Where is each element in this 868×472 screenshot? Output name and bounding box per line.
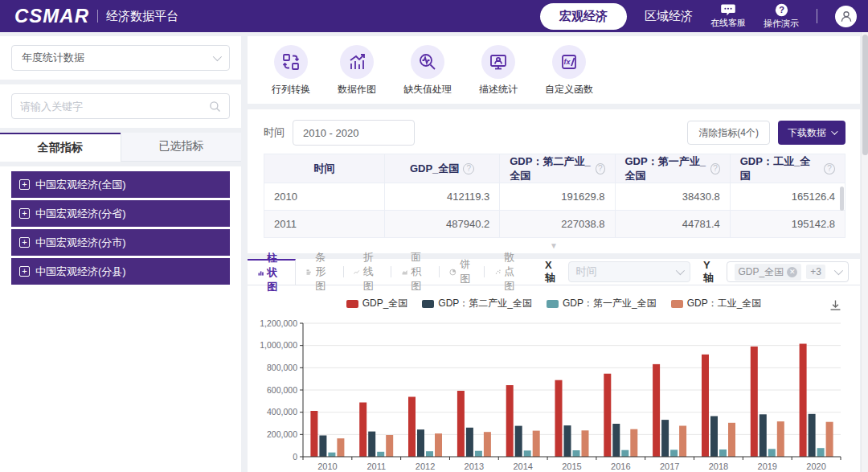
chat-bubble-icon: [720, 3, 736, 16]
tab-pie-chart[interactable]: 饼图: [439, 259, 484, 285]
chart-type-tabs: 柱状图 条形图 折线图 面积图 饼图 散点图 X轴 时间 Y轴 GDP_全国✕: [248, 259, 860, 285]
expand-plus-icon[interactable]: +: [19, 208, 30, 219]
chart-panel: 柱状图 条形图 折线图 面积图 饼图 散点图 X轴 时间 Y轴 GDP_全国✕: [248, 259, 860, 472]
download-data-button[interactable]: 下载数据: [778, 121, 845, 145]
chevron-down-icon: [213, 52, 222, 61]
column-header-gdp[interactable]: GDP_全国?: [385, 154, 500, 183]
tool-plot-data[interactable]: 数据作图: [338, 45, 376, 96]
line-chart-icon: [354, 267, 359, 277]
csmar-logo: CSMAR: [14, 5, 89, 27]
expand-plus-icon[interactable]: +: [19, 237, 30, 248]
table-scrollbar[interactable]: [840, 187, 844, 211]
time-range-value: 2010 - 2020: [303, 127, 358, 139]
cell-year: 2010: [264, 183, 385, 211]
column-header-primary[interactable]: GDP：第一产业_全国?: [616, 154, 731, 183]
keyword-search[interactable]: [11, 93, 230, 119]
tree-item-city[interactable]: +中国宏观经济(分市): [11, 229, 230, 256]
info-icon[interactable]: ?: [824, 163, 835, 174]
online-service[interactable]: 在线客服: [710, 3, 746, 29]
legend-item[interactable]: GDP：第一产业_全国: [547, 297, 657, 310]
info-icon[interactable]: ?: [463, 163, 474, 174]
legend-label: GDP_全国: [362, 297, 408, 310]
chevron-down-icon: [834, 266, 843, 275]
cell-value: 191629.8: [500, 183, 615, 211]
filter-row: 时间 2010 - 2020 清除指标(4个) 下载数据: [248, 109, 860, 154]
bar-chart-svg: 0200,000400,000600,000800,0001,000,0001,…: [257, 315, 852, 472]
time-range-input[interactable]: 2010 - 2020: [293, 120, 415, 146]
tool-custom-function[interactable]: fx 自定义函数: [545, 45, 593, 96]
tree-item-province[interactable]: +中国宏观经济(分省): [11, 200, 230, 227]
cell-value: 227038.8: [500, 211, 615, 238]
tab-bar-chart[interactable]: 柱状图: [248, 259, 296, 285]
legend-swatch: [671, 300, 683, 308]
y-axis-label: Y轴: [703, 259, 720, 285]
y-axis-tag: GDP_全国✕: [735, 264, 802, 281]
tag-close-icon[interactable]: ✕: [787, 267, 797, 277]
table-header-row: 时间 GDP_全国? GDP：第二产业_全国? GDP：第一产业_全国? GDP…: [264, 154, 845, 183]
search-input[interactable]: [20, 101, 209, 113]
svg-text:2015: 2015: [562, 462, 581, 471]
operation-demo[interactable]: ? 操作演示: [764, 3, 799, 30]
header-divider: [817, 9, 817, 23]
tab-selected-indicators[interactable]: 已选指标: [121, 133, 242, 162]
tool-missing-values[interactable]: 缺失值处理: [403, 45, 452, 96]
table-row: 2011 487940.2 227038.8 44781.4 195142.8: [264, 211, 845, 238]
tree-item-county[interactable]: +中国宏观经济(分县): [11, 258, 230, 285]
x-axis-label: X轴: [545, 259, 562, 285]
tab-hbar-chart[interactable]: 条形图: [296, 259, 343, 285]
tab-area-chart[interactable]: 面积图: [391, 259, 439, 285]
tree-item-national[interactable]: +中国宏观经济(全国): [11, 171, 230, 198]
svg-text:0: 0: [293, 452, 297, 462]
info-icon[interactable]: ?: [596, 163, 605, 174]
legend-item[interactable]: GDP：第二产业_全国: [422, 297, 532, 310]
clear-indicators-button[interactable]: 清除指标(4个): [687, 121, 770, 145]
tab-line-chart[interactable]: 折线图: [343, 259, 391, 285]
cell-value: 44781.4: [616, 211, 731, 238]
svg-text:2018: 2018: [709, 462, 728, 471]
scatter-chart-icon: [495, 267, 501, 277]
y-axis-more-tag: +3: [806, 265, 825, 279]
x-axis-select[interactable]: 时间: [568, 261, 690, 282]
svg-text:800,000: 800,000: [267, 363, 297, 372]
legend-item[interactable]: GDP：工业_全国: [671, 297, 762, 310]
nav-regional-economy[interactable]: 区域经济: [645, 9, 693, 24]
expand-plus-icon[interactable]: +: [19, 266, 30, 277]
data-panel: 时间 2010 - 2020 清除指标(4个) 下载数据 时间 GDP_全国? …: [248, 109, 860, 253]
page-scrollbar[interactable]: [861, 32, 868, 472]
column-header-secondary[interactable]: GDP：第二产业_全国?: [500, 154, 615, 183]
scroll-more-indicator[interactable]: ▼: [248, 240, 860, 253]
chart-legend: GDP_全国GDP：第二产业_全国GDP：第一产业_全国GDP：工业_全国: [248, 285, 860, 314]
time-label: 时间: [264, 125, 285, 140]
tab-all-indicators[interactable]: 全部指标: [0, 133, 121, 162]
tool-descriptive-stats[interactable]: 描述统计: [479, 45, 518, 96]
tree-item-label: 中国宏观经济(分省): [35, 207, 126, 221]
nav-macro-economy[interactable]: 宏观经济: [540, 3, 627, 30]
chevron-down-icon: [831, 128, 837, 134]
legend-item[interactable]: GDP_全国: [346, 297, 408, 310]
svg-text:?: ?: [779, 5, 784, 14]
transpose-icon: [281, 52, 301, 72]
info-icon[interactable]: ?: [710, 163, 720, 174]
y-axis-select[interactable]: GDP_全国✕ +3: [727, 261, 849, 282]
svg-text:2012: 2012: [416, 462, 435, 471]
download-data-label: 下载数据: [788, 126, 826, 140]
svg-text:2010: 2010: [317, 462, 337, 471]
column-header-time[interactable]: 时间: [264, 154, 385, 183]
cell-value: 487940.2: [385, 211, 500, 238]
main-content: 行列转换 数据作图 缺失值处理 描述统计 fx 自定义函数 时间: [248, 36, 860, 472]
product-name: 经济数据平台: [106, 9, 178, 24]
page-scrollbar-thumb[interactable]: [862, 35, 868, 155]
legend-swatch: [547, 300, 559, 308]
magnifier-pulse-icon: [418, 52, 437, 72]
tab-scatter-chart[interactable]: 散点图: [485, 259, 532, 285]
tool-transpose[interactable]: 行列转换: [272, 45, 310, 96]
chart-download-icon[interactable]: [829, 298, 842, 314]
expand-plus-icon[interactable]: +: [19, 179, 30, 190]
svg-text:600,000: 600,000: [267, 385, 297, 395]
bar-chart[interactable]: 0200,000400,000600,000800,0001,000,0001,…: [248, 314, 860, 472]
user-avatar[interactable]: [835, 6, 857, 27]
column-header-industry[interactable]: GDP：工业_全国?: [731, 154, 845, 183]
table-row: 2010 412119.3 191629.8 38430.8 165126.4: [264, 183, 845, 211]
legend-label: GDP：工业_全国: [687, 297, 762, 310]
dataset-select[interactable]: 年度统计数据: [11, 45, 230, 71]
